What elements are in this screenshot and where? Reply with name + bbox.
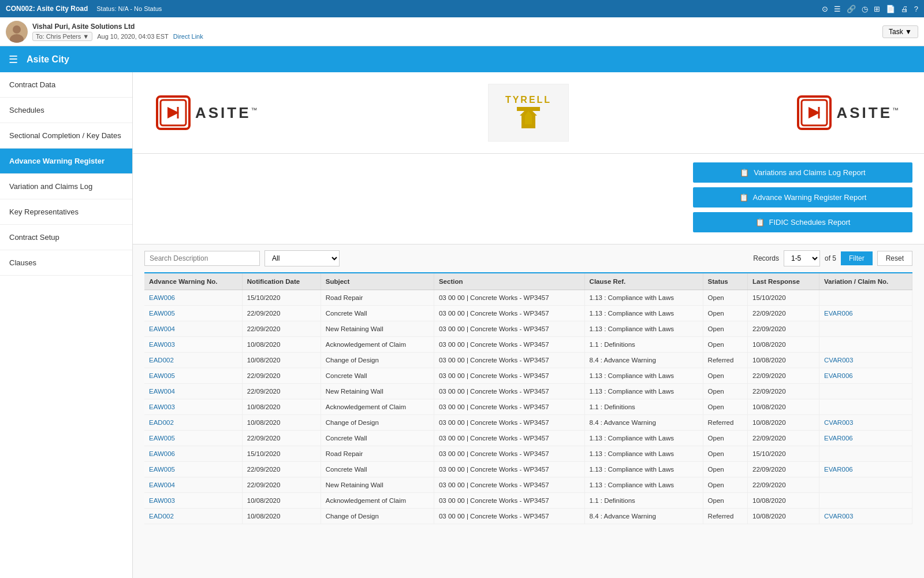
section-cell: 03 00 00 | Concrete Works - WP3457 — [434, 415, 584, 431]
list-icon[interactable]: ☰ — [834, 5, 841, 13]
variation-claim-link[interactable]: EVAR006 — [824, 466, 853, 473]
link-icon[interactable]: 🔗 — [847, 5, 856, 13]
asite-text-right: ASITE™ — [836, 105, 901, 120]
last-response-cell: 10/08/2020 — [748, 509, 819, 524]
avatar — [6, 21, 28, 43]
aw-no-link[interactable]: EAW003 — [149, 341, 175, 348]
notif-date-cell: 10/08/2020 — [242, 493, 321, 509]
aw-no-link[interactable]: EAW004 — [149, 481, 175, 488]
variation-claim-cell — [819, 337, 912, 353]
aw-no-link[interactable]: EAW006 — [149, 294, 175, 301]
section-cell: 03 00 00 | Concrete Works - WP3457 — [434, 384, 584, 399]
sidebar-item-contract-setup[interactable]: Contract Setup — [0, 225, 132, 250]
last-response-cell: 22/09/2020 — [748, 368, 819, 384]
status-cell: Open — [703, 384, 747, 399]
last-response-cell: 22/09/2020 — [748, 477, 819, 493]
notif-date-cell: 10/08/2020 — [242, 415, 321, 431]
variation-claim-link[interactable]: EVAR006 — [824, 372, 853, 379]
sidebar-item-variation-claims[interactable]: Variation and Claims Log — [0, 174, 132, 199]
to-selector[interactable]: To: Chris Peters ▼ — [32, 32, 92, 41]
aw-no-link[interactable]: EAW005 — [149, 466, 175, 473]
status-cell: Open — [703, 306, 747, 321]
svg-point-1 — [13, 25, 21, 34]
sidebar-item-clauses[interactable]: Clauses — [0, 250, 132, 276]
grid-icon[interactable]: ⊞ — [874, 5, 880, 13]
section-cell: 03 00 00 | Concrete Works - WP3457 — [434, 462, 584, 477]
col-last-response: Last Response — [748, 273, 819, 290]
direct-link[interactable]: Direct Link — [173, 33, 203, 40]
reset-button[interactable]: Reset — [877, 251, 912, 266]
record-icon[interactable]: ⊙ — [822, 5, 828, 13]
table-row: EAW00522/09/2020Concrete Wall03 00 00 | … — [144, 462, 912, 477]
aw-no-link[interactable]: EAW006 — [149, 450, 175, 457]
section-cell: 03 00 00 | Concrete Works - WP3457 — [434, 477, 584, 493]
help-icon[interactable]: ? — [914, 5, 918, 13]
last-response-cell: 22/09/2020 — [748, 462, 819, 477]
col-aw-no: Advance Warning No. — [144, 273, 242, 290]
advance-warning-report-button[interactable]: 📋 Advance Warning Register Report — [693, 187, 912, 208]
variation-claim-link[interactable]: CVAR003 — [824, 357, 853, 364]
subject-cell: Acknowledgement of Claim — [321, 337, 434, 353]
filter-select[interactable]: All Open Referred Closed — [264, 250, 340, 266]
clause-ref-cell: 1.13 : Compliance with Laws — [584, 446, 703, 462]
table-row: EAW00422/09/2020New Retaining Wall03 00 … — [144, 477, 912, 493]
subject-cell: Change of Design — [321, 509, 434, 524]
main-layout: Contract Data Schedules Sectional Comple… — [0, 72, 924, 578]
clause-ref-cell: 1.1 : Definitions — [584, 399, 703, 415]
section-cell: 03 00 00 | Concrete Works - WP3457 — [434, 399, 584, 415]
search-input[interactable] — [144, 251, 260, 266]
sidebar-item-advance-warning[interactable]: Advance Warning Register — [0, 149, 132, 174]
sidebar-item-key-representatives[interactable]: Key Representatives — [0, 199, 132, 225]
clause-ref-cell: 1.1 : Definitions — [584, 493, 703, 509]
clock-icon[interactable]: ◷ — [862, 5, 868, 13]
sidebar-item-sectional-completion[interactable]: Sectional Completion / Key Dates — [0, 123, 132, 149]
clause-ref-cell: 8.4 : Advance Warning — [584, 353, 703, 368]
variations-claims-report-button[interactable]: 📋 Variations and Claims Log Report — [693, 162, 912, 183]
variation-claim-link[interactable]: CVAR003 — [824, 419, 853, 426]
status-badge: Status: N/A - No Status — [96, 5, 162, 12]
sidebar-item-schedules[interactable]: Schedules — [0, 98, 132, 123]
document-icon[interactable]: 📄 — [886, 5, 895, 13]
page-title: CON002: Asite City Road — [6, 5, 88, 13]
aw-no-link[interactable]: EAW005 — [149, 372, 175, 379]
variation-claim-link[interactable]: EVAR006 — [824, 435, 853, 442]
aw-no-link[interactable]: EAW003 — [149, 403, 175, 410]
section-cell: 03 00 00 | Concrete Works - WP3457 — [434, 431, 584, 446]
col-status: Status — [703, 273, 747, 290]
status-cell: Open — [703, 462, 747, 477]
table-row: EAW00310/08/2020Acknowledgement of Claim… — [144, 399, 912, 415]
col-subject: Subject — [321, 273, 434, 290]
task-button[interactable]: Task ▼ — [882, 25, 918, 38]
asite-logo-right: ASITE™ — [797, 95, 901, 130]
variation-claim-link[interactable]: EVAR006 — [824, 310, 853, 317]
subject-cell: Acknowledgement of Claim — [321, 399, 434, 415]
sidebar-item-contract-data[interactable]: Contract Data — [0, 72, 132, 98]
hamburger-icon[interactable]: ☰ — [9, 53, 18, 66]
nav-title: Asite City — [27, 54, 69, 65]
aw-no-link[interactable]: EAW005 — [149, 310, 175, 317]
report-doc-icon-3: 📋 — [755, 218, 765, 227]
top-bar: CON002: Asite City Road Status: N/A - No… — [0, 0, 924, 17]
table-row: EAW00422/09/2020New Retaining Wall03 00 … — [144, 321, 912, 337]
section-cell: 03 00 00 | Concrete Works - WP3457 — [434, 321, 584, 337]
col-section: Section — [434, 273, 584, 290]
aw-no-link[interactable]: EAW004 — [149, 325, 175, 332]
aw-no-link[interactable]: EAD002 — [149, 357, 174, 364]
aw-no-link[interactable]: EAW005 — [149, 435, 175, 442]
table-row: EAW00310/08/2020Acknowledgement of Claim… — [144, 493, 912, 509]
aw-no-link[interactable]: EAD002 — [149, 419, 174, 426]
table-row: EAW00310/08/2020Acknowledgement of Claim… — [144, 337, 912, 353]
table-row: EAW00522/09/2020Concrete Wall03 00 00 | … — [144, 431, 912, 446]
status-cell: Open — [703, 431, 747, 446]
tyrrell-logo: TYRELL — [488, 84, 569, 142]
fidic-schedules-report-button[interactable]: 📋 FIDIC Schedules Report — [693, 212, 912, 232]
filter-button[interactable]: Filter — [841, 251, 873, 265]
aw-no-link[interactable]: EAW004 — [149, 388, 175, 395]
records-select[interactable]: 1-5 1-10 1-20 All — [784, 250, 820, 266]
user-name: Vishal Puri, Asite Solutions Ltd — [32, 23, 203, 31]
variation-claim-link[interactable]: CVAR003 — [824, 513, 853, 520]
aw-no-link[interactable]: EAD002 — [149, 513, 174, 520]
logo-area: ASITE™ TYRELL — [133, 72, 924, 154]
print-icon[interactable]: 🖨 — [901, 5, 908, 13]
aw-no-link[interactable]: EAW003 — [149, 497, 175, 504]
